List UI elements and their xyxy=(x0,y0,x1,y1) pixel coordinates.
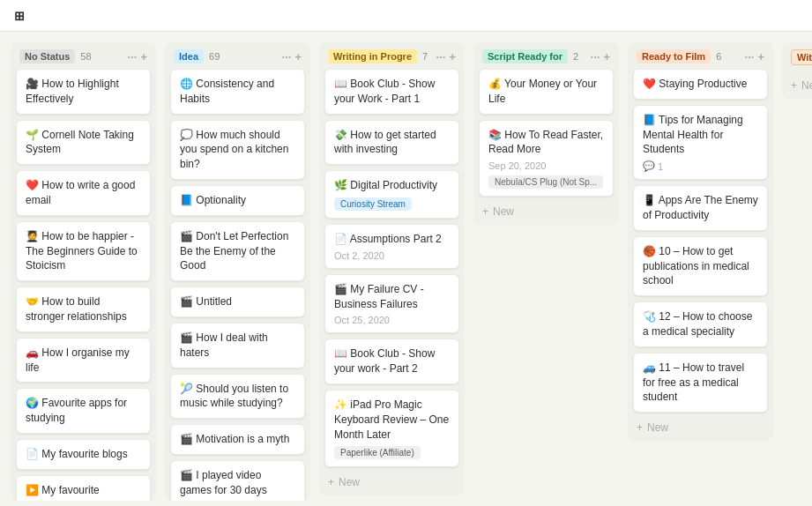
card-item[interactable]: 💰 Your Money or Your Life xyxy=(479,69,614,115)
card-item[interactable]: 🎬 Untitled xyxy=(170,286,305,317)
column-header-writing: Writing in Progre7···+ xyxy=(319,42,465,69)
column-editor: With Editor0···++New xyxy=(782,42,812,99)
column-header-editor: With Editor0···+ xyxy=(782,42,812,71)
cards-list-writing: 📖 Book Club - Show your Work - Part 1💸 H… xyxy=(319,69,465,473)
card-tag: Curiosity Stream xyxy=(334,197,412,211)
add-new-card-script[interactable]: +New xyxy=(473,202,619,225)
card-item[interactable]: 📄 My favourite blogs xyxy=(16,439,151,470)
card-title: 📘 Tips for Managing Mental Health for St… xyxy=(643,113,758,157)
card-item[interactable]: 🤝 How to build stronger relationships xyxy=(16,286,151,332)
card-item[interactable]: 📱 Apps Are The Enemy of Productivity xyxy=(633,185,768,231)
card-item[interactable]: 🩺 12 – How to choose a medical specialit… xyxy=(633,301,768,347)
card-item[interactable]: 🚙 11 – How to travel for free as a medic… xyxy=(633,353,768,413)
card-title: 🎬 Motivation is a myth xyxy=(180,432,295,447)
card-title: 🎬 I played video games for 30 days xyxy=(180,468,295,498)
card-item[interactable]: 🎬 Motivation is a myth xyxy=(170,424,305,455)
add-card-icon[interactable]: + xyxy=(294,50,302,63)
card-item[interactable]: 📖 Book Club - Show your Work - Part 1 xyxy=(324,69,459,115)
card-title: 📱 Apps Are The Enemy of Productivity xyxy=(643,193,758,223)
column-actions-no-status[interactable]: ···+ xyxy=(128,50,147,63)
card-item[interactable]: 🌐 Consistency and Habits xyxy=(170,69,305,115)
card-item[interactable]: 📘 Tips for Managing Mental Health for St… xyxy=(633,105,768,180)
card-item[interactable]: 🎾 Should you listen to music while study… xyxy=(170,374,305,420)
topbar: ⊞ xyxy=(0,0,812,32)
more-icon[interactable]: ··· xyxy=(128,50,138,63)
card-item[interactable]: 🎬 Don't Let Perfection Be the Enemy of t… xyxy=(170,221,305,281)
card-item[interactable]: 🚗 How I organise my life xyxy=(16,338,151,383)
column-count-film: 6 xyxy=(716,51,721,62)
card-item[interactable]: 🎬 How I deal with haters xyxy=(170,323,305,368)
card-title: 🌱 Cornell Note Taking System xyxy=(26,128,141,158)
card-item[interactable]: 📘 Optionality xyxy=(170,185,305,216)
card-item[interactable]: 📚 How To Read Faster, Read MoreSep 20, 2… xyxy=(479,120,614,197)
more-icon[interactable]: ··· xyxy=(436,50,446,63)
card-item[interactable]: 🧑‍🎓 How to be happier - The Beginners Gu… xyxy=(16,221,151,281)
card-tag: Nebula/CS Plug (Not Sp... xyxy=(488,175,603,189)
card-item[interactable]: ❤️ Staying Productive xyxy=(633,69,768,100)
column-actions-idea[interactable]: ···+ xyxy=(282,50,302,63)
card-item[interactable]: 🎥 How to Highlight Effectively xyxy=(16,69,151,115)
cards-list-film: ❤️ Staying Productive📘 Tips for Managing… xyxy=(628,69,773,418)
column-actions-writing[interactable]: ···+ xyxy=(436,50,456,63)
card-item[interactable]: 📄 Assumptions Part 2Oct 2, 2020 xyxy=(324,224,459,269)
card-title: 🎬 How I deal with haters xyxy=(180,331,295,361)
column-label-no-status: No Status xyxy=(19,49,75,63)
card-title: ▶️ My favourite YouTube channels xyxy=(26,483,141,501)
card-title: 📄 My favourite blogs xyxy=(26,447,141,462)
card-item[interactable]: 🌍 Favourite apps for studying xyxy=(16,388,151,434)
new-label: New xyxy=(339,476,360,488)
card-title: 📖 Book Club - Show your Work - Part 1 xyxy=(334,77,450,107)
card-item[interactable]: 📖 Book Club - Show your work - Part 2 xyxy=(324,339,459,384)
more-icon[interactable]: ··· xyxy=(282,50,292,63)
card-title: 🎥 How to Highlight Effectively xyxy=(26,77,141,107)
card-item[interactable]: ▶️ My favourite YouTube channels xyxy=(16,475,151,501)
card-title: 🚗 How I organise my life xyxy=(26,346,141,376)
board-icon: ⊞ xyxy=(14,9,25,23)
column-count-no-status: 58 xyxy=(80,51,91,62)
column-label-idea: Idea xyxy=(174,49,204,63)
card-title: ❤️ How to write a good email xyxy=(26,178,141,208)
card-item[interactable]: 🏀 10 – How to get publications in medica… xyxy=(633,236,768,296)
column-actions-film[interactable]: ···+ xyxy=(745,50,764,63)
column-film: Ready to Film6···+❤️ Staying Productive📘… xyxy=(628,42,773,441)
card-title: 🎬 Don't Let Perfection Be the Enemy of t… xyxy=(180,229,295,273)
add-new-card-film[interactable]: +New xyxy=(628,418,773,441)
card-item[interactable]: 🌿 Digital ProductivityCuriosity Stream xyxy=(324,170,459,219)
card-title: 📚 How To Read Faster, Read More xyxy=(488,128,604,158)
card-item[interactable]: 🎬 My Failure CV - Business FailuresOct 2… xyxy=(324,274,459,334)
card-item[interactable]: 🌱 Cornell Note Taking System xyxy=(16,120,151,166)
card-title: 🎾 Should you listen to music while study… xyxy=(180,382,295,412)
card-item[interactable]: ✨ iPad Pro Magic Keyboard Review – One M… xyxy=(324,390,459,467)
plus-icon: + xyxy=(328,476,334,488)
card-title: 🤝 How to build stronger relationships xyxy=(26,294,141,324)
column-idea: Idea69···+🌐 Consistency and Habits💭 How … xyxy=(165,42,310,501)
card-title: 📄 Assumptions Part 2 xyxy=(334,232,450,247)
cards-list-no-status: 🎥 How to Highlight Effectively🌱 Cornell … xyxy=(11,69,156,501)
board-menu[interactable]: ⊞ xyxy=(14,9,32,23)
card-title: 📘 Optionality xyxy=(180,193,295,208)
plus-icon: + xyxy=(791,79,797,92)
add-card-icon[interactable]: + xyxy=(449,50,456,63)
more-icon[interactable]: ··· xyxy=(591,50,600,63)
card-title: 🌿 Digital Productivity xyxy=(334,178,450,193)
column-count-writing: 7 xyxy=(422,51,428,62)
board-columns: No Status58···+🎥 How to Highlight Effect… xyxy=(0,32,812,506)
card-title: 📖 Book Club - Show your work - Part 2 xyxy=(334,346,450,376)
column-actions-script[interactable]: ···+ xyxy=(591,50,610,63)
column-count-script: 2 xyxy=(573,51,578,62)
column-no-status: No Status58···+🎥 How to Highlight Effect… xyxy=(11,42,156,501)
new-label: New xyxy=(647,421,668,434)
card-item[interactable]: ❤️ How to write a good email xyxy=(16,170,151,216)
add-new-card-writing[interactable]: +New xyxy=(319,473,465,495)
card-title: 💸 How to get started with investing xyxy=(334,128,450,158)
card-item[interactable]: 🎬 I played video games for 30 days xyxy=(170,460,305,501)
comment-icon: 💬 xyxy=(643,160,655,172)
add-card-icon[interactable]: + xyxy=(140,50,147,63)
add-card-icon[interactable]: + xyxy=(757,50,764,63)
add-new-card-editor[interactable]: +New xyxy=(782,76,812,99)
card-item[interactable]: 💸 How to get started with investing xyxy=(324,120,459,166)
card-tag: Paperlike (Affiliate) xyxy=(334,446,421,459)
card-item[interactable]: 💭 How much should you spend on a kitchen… xyxy=(170,120,305,180)
more-icon[interactable]: ··· xyxy=(745,50,755,63)
add-card-icon[interactable]: + xyxy=(603,50,610,63)
